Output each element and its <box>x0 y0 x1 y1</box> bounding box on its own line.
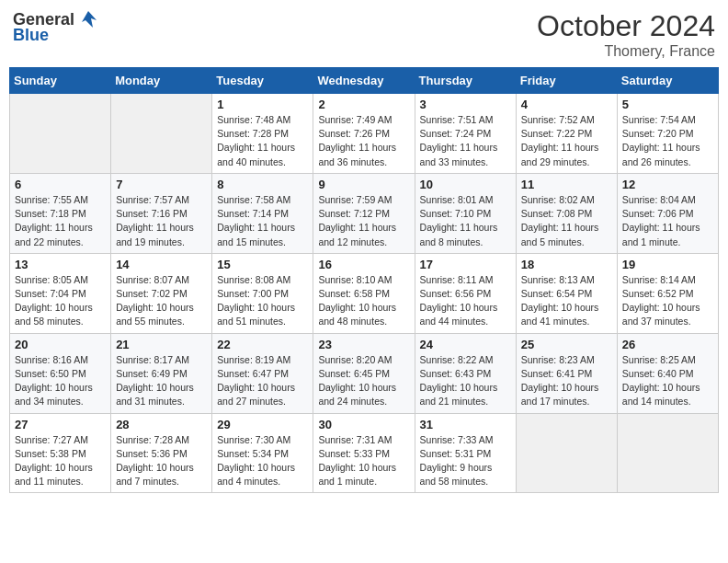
day-info: Sunrise: 7:54 AMSunset: 7:20 PMDaylight:… <box>622 113 713 169</box>
calendar-day-cell: 18Sunrise: 8:13 AMSunset: 6:54 PMDayligh… <box>516 253 617 333</box>
calendar-day-cell <box>111 94 212 174</box>
calendar-day-cell: 23Sunrise: 8:20 AMSunset: 6:45 PMDayligh… <box>313 333 415 413</box>
page-header: General Blue October 2024 Thomery, Franc… <box>9 9 719 60</box>
day-info: Sunrise: 7:52 AMSunset: 7:22 PMDaylight:… <box>521 113 612 169</box>
day-number: 16 <box>318 258 409 271</box>
day-number: 31 <box>420 418 511 431</box>
calendar-week-row: 27Sunrise: 7:27 AMSunset: 5:38 PMDayligh… <box>10 413 719 493</box>
day-number: 26 <box>622 338 713 351</box>
day-number: 27 <box>15 418 106 431</box>
weekday-header: Friday <box>516 68 617 94</box>
calendar-day-cell: 19Sunrise: 8:14 AMSunset: 6:52 PMDayligh… <box>617 253 718 333</box>
day-info: Sunrise: 7:31 AMSunset: 5:33 PMDaylight:… <box>318 433 409 489</box>
calendar-day-cell: 30Sunrise: 7:31 AMSunset: 5:33 PMDayligh… <box>313 413 415 493</box>
calendar-day-cell: 6Sunrise: 7:55 AMSunset: 7:18 PMDaylight… <box>10 173 111 253</box>
calendar-day-cell: 17Sunrise: 8:11 AMSunset: 6:56 PMDayligh… <box>415 253 516 333</box>
month-title: October 2024 <box>537 9 715 43</box>
day-info: Sunrise: 8:02 AMSunset: 7:08 PMDaylight:… <box>521 193 612 249</box>
weekday-header: Wednesday <box>313 68 415 94</box>
day-number: 17 <box>420 258 511 271</box>
day-number: 30 <box>318 418 409 431</box>
calendar-day-cell: 14Sunrise: 8:07 AMSunset: 7:02 PMDayligh… <box>111 253 212 333</box>
logo: General Blue <box>13 9 98 45</box>
day-number: 28 <box>116 418 207 431</box>
calendar-header-row: SundayMondayTuesdayWednesdayThursdayFrid… <box>10 68 719 94</box>
calendar-day-cell: 24Sunrise: 8:22 AMSunset: 6:43 PMDayligh… <box>415 333 516 413</box>
calendar-day-cell: 29Sunrise: 7:30 AMSunset: 5:34 PMDayligh… <box>212 413 313 493</box>
day-info: Sunrise: 8:13 AMSunset: 6:54 PMDaylight:… <box>521 273 612 329</box>
calendar-week-row: 1Sunrise: 7:48 AMSunset: 7:28 PMDaylight… <box>10 94 719 174</box>
day-number: 8 <box>217 178 308 191</box>
day-info: Sunrise: 8:10 AMSunset: 6:58 PMDaylight:… <box>318 273 409 329</box>
day-number: 23 <box>318 338 409 351</box>
calendar-day-cell <box>10 94 111 174</box>
day-info: Sunrise: 8:20 AMSunset: 6:45 PMDaylight:… <box>318 353 409 409</box>
day-info: Sunrise: 7:58 AMSunset: 7:14 PMDaylight:… <box>217 193 308 249</box>
weekday-header: Monday <box>111 68 212 94</box>
day-info: Sunrise: 8:25 AMSunset: 6:40 PMDaylight:… <box>622 353 713 409</box>
calendar-table: SundayMondayTuesdayWednesdayThursdayFrid… <box>9 67 719 493</box>
calendar-week-row: 6Sunrise: 7:55 AMSunset: 7:18 PMDaylight… <box>10 173 719 253</box>
day-info: Sunrise: 7:55 AMSunset: 7:18 PMDaylight:… <box>15 193 106 249</box>
svg-marker-0 <box>82 11 97 28</box>
day-number: 13 <box>15 258 106 271</box>
day-number: 2 <box>318 98 409 111</box>
calendar-day-cell <box>516 413 617 493</box>
calendar-day-cell: 27Sunrise: 7:27 AMSunset: 5:38 PMDayligh… <box>10 413 111 493</box>
day-info: Sunrise: 8:22 AMSunset: 6:43 PMDaylight:… <box>420 353 511 409</box>
day-info: Sunrise: 8:07 AMSunset: 7:02 PMDaylight:… <box>116 273 207 329</box>
day-info: Sunrise: 7:27 AMSunset: 5:38 PMDaylight:… <box>15 433 106 489</box>
title-block: October 2024 Thomery, France <box>537 9 715 60</box>
weekday-header: Sunday <box>10 68 111 94</box>
logo-blue: Blue <box>13 26 49 45</box>
day-number: 21 <box>116 338 207 351</box>
weekday-header: Tuesday <box>212 68 313 94</box>
calendar-day-cell: 3Sunrise: 7:51 AMSunset: 7:24 PMDaylight… <box>415 94 516 174</box>
day-number: 29 <box>217 418 308 431</box>
day-number: 9 <box>318 178 409 191</box>
day-number: 18 <box>521 258 612 271</box>
logo-bird-icon <box>78 9 98 29</box>
calendar-day-cell: 15Sunrise: 8:08 AMSunset: 7:00 PMDayligh… <box>212 253 313 333</box>
day-info: Sunrise: 8:16 AMSunset: 6:50 PMDaylight:… <box>15 353 106 409</box>
day-info: Sunrise: 8:17 AMSunset: 6:49 PMDaylight:… <box>116 353 207 409</box>
calendar-day-cell: 26Sunrise: 8:25 AMSunset: 6:40 PMDayligh… <box>617 333 718 413</box>
calendar-day-cell: 8Sunrise: 7:58 AMSunset: 7:14 PMDaylight… <box>212 173 313 253</box>
day-number: 19 <box>622 258 713 271</box>
calendar-day-cell: 12Sunrise: 8:04 AMSunset: 7:06 PMDayligh… <box>617 173 718 253</box>
day-number: 25 <box>521 338 612 351</box>
day-number: 14 <box>116 258 207 271</box>
day-info: Sunrise: 8:14 AMSunset: 6:52 PMDaylight:… <box>622 273 713 329</box>
calendar-day-cell <box>617 413 718 493</box>
day-info: Sunrise: 7:48 AMSunset: 7:28 PMDaylight:… <box>217 113 308 169</box>
calendar-day-cell: 13Sunrise: 8:05 AMSunset: 7:04 PMDayligh… <box>10 253 111 333</box>
calendar-day-cell: 20Sunrise: 8:16 AMSunset: 6:50 PMDayligh… <box>10 333 111 413</box>
location-title: Thomery, France <box>537 43 715 60</box>
day-info: Sunrise: 8:05 AMSunset: 7:04 PMDaylight:… <box>15 273 106 329</box>
calendar-day-cell: 1Sunrise: 7:48 AMSunset: 7:28 PMDaylight… <box>212 94 313 174</box>
day-number: 20 <box>15 338 106 351</box>
calendar-day-cell: 2Sunrise: 7:49 AMSunset: 7:26 PMDaylight… <box>313 94 415 174</box>
day-info: Sunrise: 7:49 AMSunset: 7:26 PMDaylight:… <box>318 113 409 169</box>
calendar-day-cell: 25Sunrise: 8:23 AMSunset: 6:41 PMDayligh… <box>516 333 617 413</box>
calendar-day-cell: 9Sunrise: 7:59 AMSunset: 7:12 PMDaylight… <box>313 173 415 253</box>
weekday-header: Thursday <box>415 68 516 94</box>
calendar-day-cell: 11Sunrise: 8:02 AMSunset: 7:08 PMDayligh… <box>516 173 617 253</box>
day-info: Sunrise: 8:08 AMSunset: 7:00 PMDaylight:… <box>217 273 308 329</box>
day-info: Sunrise: 8:01 AMSunset: 7:10 PMDaylight:… <box>420 193 511 249</box>
calendar-day-cell: 28Sunrise: 7:28 AMSunset: 5:36 PMDayligh… <box>111 413 212 493</box>
day-number: 3 <box>420 98 511 111</box>
calendar-day-cell: 31Sunrise: 7:33 AMSunset: 5:31 PMDayligh… <box>415 413 516 493</box>
day-number: 1 <box>217 98 308 111</box>
day-info: Sunrise: 8:11 AMSunset: 6:56 PMDaylight:… <box>420 273 511 329</box>
calendar-day-cell: 22Sunrise: 8:19 AMSunset: 6:47 PMDayligh… <box>212 333 313 413</box>
day-info: Sunrise: 7:59 AMSunset: 7:12 PMDaylight:… <box>318 193 409 249</box>
day-number: 24 <box>420 338 511 351</box>
day-number: 4 <box>521 98 612 111</box>
calendar-day-cell: 16Sunrise: 8:10 AMSunset: 6:58 PMDayligh… <box>313 253 415 333</box>
day-number: 5 <box>622 98 713 111</box>
day-info: Sunrise: 8:19 AMSunset: 6:47 PMDaylight:… <box>217 353 308 409</box>
calendar-day-cell: 5Sunrise: 7:54 AMSunset: 7:20 PMDaylight… <box>617 94 718 174</box>
day-number: 12 <box>622 178 713 191</box>
day-number: 7 <box>116 178 207 191</box>
